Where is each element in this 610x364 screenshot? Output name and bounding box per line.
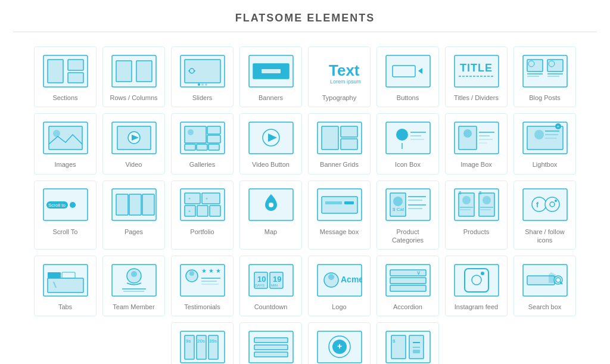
products-label: Products <box>463 228 489 236</box>
svg-rect-54 <box>341 139 357 150</box>
flip-book-icon: $ <box>384 329 432 364</box>
element-search-box[interactable]: Search box <box>513 256 576 316</box>
element-banners[interactable]: Banners <box>239 46 302 107</box>
accordion-icon: ∨ <box>384 262 432 298</box>
element-share-follow[interactable]: f Share / follow icons <box>513 181 576 250</box>
element-sections[interactable]: Sections <box>34 46 97 107</box>
svg-text:20s: 20s <box>197 338 205 344</box>
element-instagram-feed[interactable]: Instagram feed <box>445 256 508 316</box>
element-banner-grids[interactable]: Banner Grids <box>308 113 371 174</box>
titles-dividers-icon: TITLE <box>453 53 500 89</box>
element-map[interactable]: Map <box>239 181 302 250</box>
products-icon: $ $ <box>453 187 500 223</box>
instagram-feed-icon <box>453 262 500 298</box>
element-galleries[interactable]: Galleries <box>171 113 234 174</box>
svg-rect-81 <box>116 194 128 215</box>
sliders-icon <box>179 53 226 89</box>
element-price-table[interactable]: 9s 20s 39s Price table <box>171 322 234 364</box>
element-forms[interactable]: Forms <box>239 322 302 364</box>
countdown-label: Countdown <box>254 303 288 311</box>
element-testimonials[interactable]: ★ ★ ★ Testimonials <box>171 256 234 316</box>
svg-point-70 <box>534 130 544 139</box>
element-hotspot[interactable]: + Hotspot <box>308 322 371 364</box>
images-label: Images <box>54 160 76 169</box>
svg-text:$: $ <box>459 190 462 195</box>
svg-text:★ ★ ★: ★ ★ ★ <box>201 267 221 274</box>
element-pages[interactable]: Pages <box>102 181 165 250</box>
svg-point-119 <box>532 197 546 211</box>
element-tabs[interactable]: Tabs <box>34 256 97 316</box>
element-image-box[interactable]: Image Box <box>445 113 508 174</box>
svg-rect-83 <box>142 194 154 215</box>
sliders-label: Sliders <box>192 94 213 102</box>
element-scroll-to[interactable]: Scroll to Scroll To <box>34 181 97 250</box>
logo-label: Logo <box>332 303 346 311</box>
titles-dividers-label: Titles / Dividers <box>454 94 499 102</box>
svg-point-113 <box>483 196 491 204</box>
element-countdown[interactable]: 10 DAYS 19 MIN Countdown <box>239 256 302 316</box>
galleries-icon <box>179 120 226 155</box>
element-flip-book[interactable]: $ Flip Book <box>376 322 439 364</box>
element-typography[interactable]: Text Lorem ipsum Typography <box>308 46 371 107</box>
svg-rect-98 <box>344 201 354 204</box>
svg-rect-53 <box>341 126 357 137</box>
svg-text:10: 10 <box>257 275 266 284</box>
banner-grids-icon <box>316 120 363 155</box>
forms-icon <box>247 329 295 364</box>
svg-text:∨: ∨ <box>416 269 421 276</box>
element-logo[interactable]: Acme Logo <box>308 256 371 316</box>
svg-rect-44 <box>207 126 220 134</box>
icon-box-icon <box>384 120 432 155</box>
svg-rect-175 <box>254 345 288 350</box>
share-follow-label: Share / follow icons <box>518 228 572 245</box>
element-buttons[interactable]: Buttons <box>376 46 439 107</box>
sections-label: Sections <box>52 94 77 102</box>
svg-text:+: + <box>188 209 191 213</box>
svg-point-130 <box>131 271 137 277</box>
element-titles-dividers[interactable]: TITLE Titles / Dividers <box>445 46 508 107</box>
element-accordion[interactable]: ∨ Accordion <box>376 256 439 316</box>
tabs-label: Tabs <box>58 303 72 311</box>
svg-point-43 <box>188 129 194 135</box>
svg-rect-187 <box>413 350 420 353</box>
element-video-button[interactable]: Video Button <box>239 113 302 174</box>
svg-rect-85 <box>185 193 200 204</box>
share-follow-icon: f <box>521 187 569 223</box>
svg-rect-45 <box>207 135 220 143</box>
search-box-label: Search box <box>528 303 562 311</box>
map-label: Map <box>264 228 277 236</box>
team-member-icon <box>110 262 158 298</box>
svg-rect-174 <box>254 338 288 343</box>
svg-text:Scroll to: Scroll to <box>48 203 66 208</box>
element-video[interactable]: Video <box>102 113 165 174</box>
svg-point-109 <box>462 196 471 204</box>
pages-icon <box>110 187 158 223</box>
element-message-box[interactable]: Message box <box>308 181 371 250</box>
element-lightbox[interactable]: + Lightbox <box>513 113 576 174</box>
svg-point-101 <box>393 197 403 206</box>
instagram-feed-label: Instagram feed <box>455 303 498 311</box>
tabs-icon <box>42 262 89 298</box>
svg-point-121 <box>545 197 559 211</box>
sections-icon <box>42 53 89 89</box>
element-sliders[interactable]: Sliders <box>171 46 234 107</box>
element-products[interactable]: $ $ Products <box>445 181 508 250</box>
element-images[interactable]: Images <box>34 113 97 174</box>
svg-rect-89 <box>210 206 220 216</box>
svg-rect-82 <box>129 194 141 215</box>
message-box-icon <box>316 187 363 223</box>
element-blog-posts[interactable]: Blog Posts <box>513 46 576 107</box>
element-portfolio[interactable]: + + + Portfolio <box>171 181 234 250</box>
svg-text:+: + <box>188 197 191 201</box>
svg-rect-152 <box>390 270 426 276</box>
element-rows-columns[interactable]: Rows / Columns <box>102 46 165 107</box>
svg-point-32 <box>549 61 555 67</box>
svg-rect-47 <box>197 144 207 150</box>
svg-rect-52 <box>322 126 338 150</box>
element-team-member[interactable]: Team Member <box>102 256 165 316</box>
element-icon-box[interactable]: Icon Box <box>376 113 439 174</box>
buttons-label: Buttons <box>397 94 419 102</box>
element-product-categories[interactable]: $ Cat Product Categories <box>376 181 439 250</box>
svg-rect-22 <box>393 66 415 77</box>
product-categories-icon: $ Cat <box>384 187 432 223</box>
